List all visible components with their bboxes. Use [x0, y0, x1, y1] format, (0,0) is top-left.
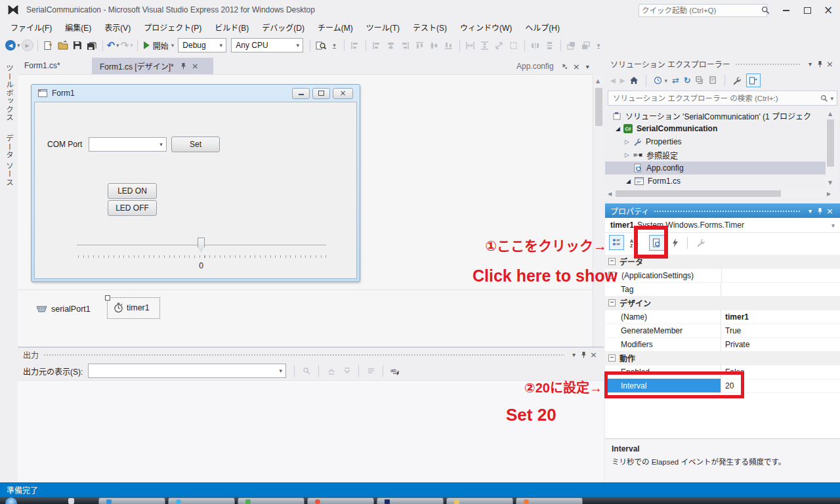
navigate-back-dropdown[interactable]: ▾: [17, 42, 20, 49]
property-row-tag[interactable]: Tag: [605, 282, 840, 297]
start-debug-dropdown[interactable]: ▾: [171, 42, 175, 49]
solution-search-input[interactable]: [612, 94, 820, 103]
designer-scrollbar[interactable]: ▲: [593, 75, 604, 346]
restore-button[interactable]: [799, 5, 815, 16]
chevron-down-icon[interactable]: ▾: [216, 39, 226, 52]
se-refresh-icon[interactable]: ↻: [684, 75, 691, 85]
menu-help[interactable]: ヘルプ(H): [518, 22, 566, 33]
scrollbar-right-icon[interactable]: ▶: [827, 191, 831, 197]
se-dropdown-icon[interactable]: ▾: [805, 59, 815, 69]
scrollbar-thumb[interactable]: [827, 119, 834, 167]
properties-header[interactable]: プロパティ ▾ ×: [605, 203, 840, 218]
chevron-down-icon[interactable]: ▾: [831, 222, 835, 229]
preview-tab-close-icon[interactable]: ×: [573, 62, 580, 72]
component-tray-item-timer[interactable]: timer1: [107, 297, 160, 319]
se-sync-icon[interactable]: ⇄: [672, 75, 679, 85]
led-on-button[interactable]: LED ON: [108, 183, 157, 199]
scrollbar-thumb[interactable]: [616, 190, 781, 197]
se-pending-changes-icon[interactable]: [654, 76, 662, 85]
menu-view[interactable]: 表示(V): [98, 22, 137, 33]
collapsed-node-icon[interactable]: ▷: [625, 152, 629, 158]
open-folder-icon[interactable]: [56, 39, 70, 52]
categorized-view-button[interactable]: [609, 235, 624, 250]
collapse-icon[interactable]: −: [608, 299, 616, 306]
taskbar-app-button[interactable]: [307, 497, 374, 504]
chevron-down-icon[interactable]: ▾: [156, 138, 166, 151]
se-pending-dropdown-icon[interactable]: ▾: [664, 77, 667, 84]
tree-row-references[interactable]: ▷ 参照設定: [605, 148, 826, 161]
taskbar-app-button[interactable]: [516, 497, 583, 504]
tab-form1-designer[interactable]: Form1.cs [デザイン]* ×: [92, 58, 213, 74]
find-in-files-icon[interactable]: [314, 39, 327, 52]
solution-search-box[interactable]: ▾: [608, 91, 837, 106]
menu-tools[interactable]: ツール(T): [360, 22, 406, 33]
configuration-combobox[interactable]: Debug ▾: [178, 38, 226, 52]
taskbar-app-button[interactable]: [238, 497, 304, 504]
menu-project[interactable]: プロジェクト(P): [137, 22, 208, 33]
quick-launch-input[interactable]: [639, 4, 767, 17]
trackbar-thumb[interactable]: [198, 238, 205, 252]
properties-pin-icon[interactable]: [815, 206, 825, 216]
se-show-all-files-icon[interactable]: [709, 76, 717, 85]
selection-handle[interactable]: [105, 295, 110, 301]
led-off-button[interactable]: LED OFF: [108, 200, 157, 216]
tab-pin-icon[interactable]: [180, 62, 186, 70]
property-events-icon[interactable]: [669, 236, 681, 249]
undo-icon[interactable]: ↶: [107, 39, 116, 51]
tree-row-appconfig[interactable]: App.config: [605, 161, 826, 175]
collapse-icon[interactable]: −: [608, 354, 616, 362]
se-pin-icon[interactable]: [815, 59, 825, 69]
preview-tab-pin-icon[interactable]: [560, 63, 567, 70]
tab-close-icon[interactable]: ×: [192, 61, 199, 71]
output-close-icon[interactable]: ×: [589, 350, 598, 360]
form-close-button[interactable]: ×: [333, 88, 353, 99]
scrollbar-down-icon[interactable]: ▼: [828, 180, 832, 186]
navigate-forward-icon[interactable]: ▶: [22, 39, 33, 51]
scrollbar-left-icon[interactable]: ◀: [608, 191, 612, 197]
start-debug-label[interactable]: 開始: [153, 40, 169, 51]
tab-form1-code[interactable]: Form1.cs*: [24, 61, 60, 70]
undo-dropdown[interactable]: ▾: [116, 42, 119, 49]
save-all-icon[interactable]: [85, 39, 98, 52]
start-debug-icon[interactable]: [144, 41, 150, 49]
component-tray-item-serialport[interactable]: serialPort1: [36, 301, 91, 317]
se-properties-icon[interactable]: [732, 76, 742, 85]
properties-close-icon[interactable]: ×: [825, 206, 835, 216]
scrollbar-up-icon[interactable]: ▲: [828, 111, 832, 117]
properties-dropdown-icon[interactable]: ▾: [805, 206, 815, 216]
se-preview-selected-toggle[interactable]: [746, 74, 761, 87]
save-icon[interactable]: [71, 39, 84, 52]
sidebar-tab-toolbox[interactable]: ツールボックス: [1, 60, 17, 126]
sidebar-tab-data-sources[interactable]: データ ソース: [1, 131, 17, 190]
output-pin-icon[interactable]: [579, 350, 589, 360]
quick-launch-search-icon[interactable]: [761, 6, 770, 14]
tree-row-solution[interactable]: ソリューション 'SerialCommunication' (1 プロジェク: [605, 109, 826, 122]
menu-team[interactable]: チーム(M): [311, 22, 360, 33]
collapsed-node-icon[interactable]: ▷: [625, 138, 629, 145]
output-header[interactable]: 出力 ▾ ×: [18, 348, 604, 362]
se-close-icon[interactable]: ×: [825, 59, 835, 69]
toolbar-overflow-icon[interactable]: ▾: [597, 43, 600, 49]
new-item-icon[interactable]: [42, 39, 55, 52]
tree-row-project[interactable]: ◢ C# SerialCommunication: [605, 122, 826, 135]
se-horizontal-scrollbar[interactable]: ◀ ▶: [605, 189, 836, 198]
property-row-applicationsettings[interactable]: + (ApplicationSettings): [605, 268, 840, 283]
tab-well-dropdown-icon[interactable]: ▾: [586, 63, 589, 70]
expanded-node-icon[interactable]: ◢: [616, 125, 620, 132]
taskbar-app-button[interactable]: [377, 497, 444, 504]
taskbar-app-button[interactable]: [168, 497, 235, 504]
minimize-button[interactable]: [778, 5, 794, 16]
se-home-icon[interactable]: [629, 76, 639, 85]
property-row-generatemember[interactable]: GenerateMember True: [605, 324, 840, 338]
close-button[interactable]: ×: [820, 3, 836, 16]
taskbar-app-button[interactable]: [98, 497, 165, 504]
chevron-down-icon[interactable]: ▾: [293, 39, 303, 52]
menu-test[interactable]: テスト(S): [406, 22, 453, 33]
taskbar-pinned-icon[interactable]: [68, 498, 74, 504]
toggle-word-wrap-icon[interactable]: ab: [388, 364, 402, 377]
com-port-combobox[interactable]: ▾: [89, 137, 167, 152]
menu-build[interactable]: ビルド(B): [208, 22, 255, 33]
scrollbar-thumb[interactable]: [595, 88, 602, 126]
preview-tab-appconfig[interactable]: App.config × ▾: [516, 60, 589, 73]
search-icon[interactable]: [820, 94, 828, 102]
